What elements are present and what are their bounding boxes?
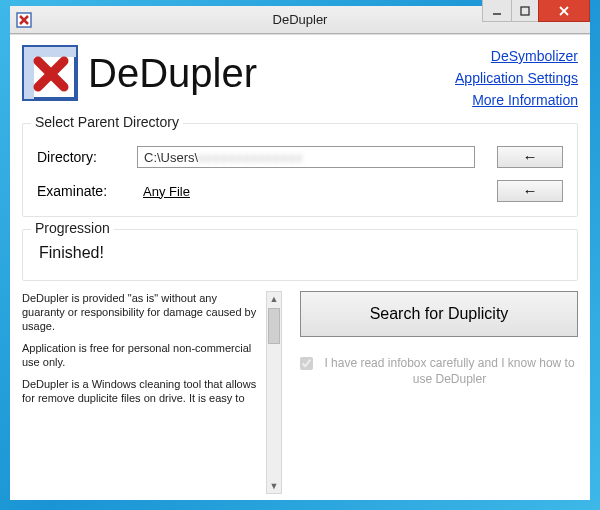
- window-body: DeDupler DeSymbolizer Application Settin…: [10, 34, 590, 500]
- maximize-button[interactable]: [511, 0, 539, 22]
- logo: DeDupler: [22, 45, 257, 101]
- directory-label: Directory:: [37, 149, 137, 165]
- examinate-any-file-link[interactable]: Any File: [137, 184, 475, 199]
- browse-directory-button[interactable]: ←: [497, 146, 563, 168]
- directory-value-redacted: xxxxxxxxxxxxxx: [198, 150, 303, 165]
- infobox-p1: DeDupler is provided "as is" without any…: [22, 291, 260, 333]
- svg-rect-4: [521, 7, 529, 15]
- examinate-row: Examinate: Any File ←: [37, 180, 563, 202]
- examinate-label: Examinate:: [37, 183, 137, 199]
- bottom-row: DeDupler is provided "as is" without any…: [22, 291, 578, 494]
- titlebar: DeDupler: [10, 6, 590, 34]
- directory-value-prefix: C:\Users\: [144, 150, 198, 165]
- link-app-settings[interactable]: Application Settings: [455, 67, 578, 89]
- select-directory-title: Select Parent Directory: [31, 114, 183, 130]
- infobox-scrollbar[interactable]: ▲ ▼: [266, 291, 282, 494]
- app-logo-icon: [22, 45, 78, 101]
- app-title: DeDupler: [88, 53, 257, 93]
- infobox-wrap: DeDupler is provided "as is" without any…: [22, 291, 282, 494]
- header-links: DeSymbolizer Application Settings More I…: [455, 45, 578, 111]
- browse-examinate-button[interactable]: ←: [497, 180, 563, 202]
- infobox-p3: DeDupler is a Windows cleaning tool that…: [22, 377, 260, 405]
- infobox[interactable]: DeDupler is provided "as is" without any…: [22, 291, 266, 494]
- select-directory-group: Select Parent Directory Directory: C:\Us…: [22, 123, 578, 217]
- progression-title: Progression: [31, 220, 114, 236]
- action-column: Search for Duplicity I have read infobox…: [300, 291, 578, 494]
- scroll-up-icon[interactable]: ▲: [270, 292, 279, 306]
- minimize-button[interactable]: [482, 0, 512, 22]
- progression-status: Finished!: [39, 244, 563, 262]
- progression-group: Progression Finished!: [22, 229, 578, 281]
- directory-input[interactable]: C:\Users\xxxxxxxxxxxxxx: [137, 146, 475, 168]
- close-button[interactable]: [538, 0, 590, 22]
- confirm-row[interactable]: I have read infobox carefully and I know…: [300, 355, 578, 387]
- header: DeDupler DeSymbolizer Application Settin…: [22, 45, 578, 111]
- infobox-p2: Application is free for personal non-com…: [22, 341, 260, 369]
- link-more-info[interactable]: More Information: [455, 89, 578, 111]
- confirm-checkbox[interactable]: [300, 357, 313, 370]
- scroll-thumb[interactable]: [268, 308, 280, 344]
- scroll-down-icon[interactable]: ▼: [270, 479, 279, 493]
- search-duplicity-button[interactable]: Search for Duplicity: [300, 291, 578, 337]
- directory-row: Directory: C:\Users\xxxxxxxxxxxxxx ←: [37, 146, 563, 168]
- app-icon-small: [16, 12, 32, 28]
- link-desymbolizer[interactable]: DeSymbolizer: [455, 45, 578, 67]
- window-controls: [483, 0, 590, 22]
- confirm-text: I have read infobox carefully and I know…: [321, 355, 578, 387]
